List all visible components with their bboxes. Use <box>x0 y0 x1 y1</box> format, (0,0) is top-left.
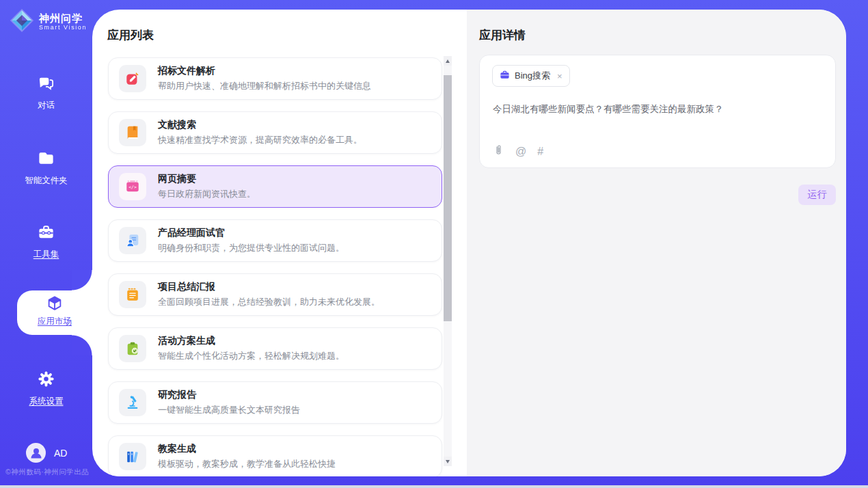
app-card-title: 活动方案生成 <box>158 335 344 347</box>
book-icon <box>119 119 146 146</box>
app-card-title: 文献搜索 <box>158 119 362 131</box>
edit-doc-icon <box>119 65 146 92</box>
app-card[interactable]: 活动方案生成 智能生成个性化活动方案，轻松解决规划难题。 <box>108 327 442 370</box>
triangle-down-icon <box>446 460 450 463</box>
app-card[interactable]: 研究报告 一键智能生成高质量长文本研究报告 <box>108 381 442 424</box>
app-card-title: 产品经理面试官 <box>158 227 344 239</box>
sidebar-item-label: 对话 <box>0 100 92 111</box>
avatar <box>26 443 46 463</box>
app-card-title: 研究报告 <box>158 389 300 401</box>
app-card-title: 项目总结汇报 <box>158 281 380 293</box>
close-icon[interactable]: × <box>557 71 562 81</box>
briefcase-icon <box>500 70 510 83</box>
app-card[interactable]: 教案生成 模板驱动，教案秒成，教学准备从此轻松快捷 <box>108 435 442 476</box>
app-card[interactable]: </> 网页摘要 每日政府新闻资讯快查。 <box>108 165 442 208</box>
app-card-description: 模板驱动，教案秒成，教学准备从此轻松快捷 <box>158 458 336 470</box>
browser-code-icon: </> <box>119 173 146 200</box>
app-card[interactable]: 产品经理面试官 明确身份和职责，为您提供专业性的面试问题。 <box>108 219 442 262</box>
sidebar-item-smart-folder[interactable]: 智能文件夹 <box>0 149 92 187</box>
app-detail-title: 应用详情 <box>479 27 526 43</box>
app-card-title: 教案生成 <box>158 443 336 455</box>
microscope-icon <box>119 389 146 416</box>
brand-logo: 神州问学 Smart Vision <box>10 8 87 36</box>
app-card-description: 智能生成个性化活动方案，轻松解决规划难题。 <box>158 350 344 362</box>
brand-name: 神州问学 <box>39 13 87 25</box>
tool-tag-bing-search[interactable]: Bing搜索 × <box>492 65 570 87</box>
sidebar-item-label: 应用市场 <box>17 316 92 327</box>
svg-text:</>: </> <box>128 185 137 190</box>
clipboard-check-icon <box>119 335 146 362</box>
diamond-logo-icon <box>10 8 34 36</box>
app-card-description: 每日政府新闻资讯快查。 <box>158 188 256 200</box>
app-list: 招标文件解析 帮助用户快速、准确地理解和解析招标书中的关键信息 文献搜索 快速精… <box>108 57 442 476</box>
notepad-icon <box>119 281 146 308</box>
sidebar-item-app-market[interactable]: 应用市场 <box>17 290 92 335</box>
cube-icon <box>46 303 64 314</box>
app-card-description: 全面回顾项目进展，总结经验教训，助力未来优化发展。 <box>158 296 380 308</box>
app-card-description: 快速精准查找学术资源，提高研究效率的必备工具。 <box>158 134 362 146</box>
app-card-description: 明确身份和职责，为您提供专业性的面试问题。 <box>158 242 344 254</box>
scroll-down-button[interactable] <box>444 457 452 466</box>
prompt-card: Bing搜索 × 今日湖北有哪些新闻要点？有哪些需要关注的最新政策？ @ # <box>479 55 836 168</box>
sidebar-item-toolset[interactable]: 工具集 <box>0 223 92 260</box>
sidebar-item-chat[interactable]: 对话 <box>0 74 92 111</box>
tab-fillet-top <box>72 270 92 290</box>
books-icon <box>119 443 146 470</box>
app-card[interactable]: 招标文件解析 帮助用户快速、准确地理解和解析招标书中的关键信息 <box>108 57 442 100</box>
user-name: AD <box>54 448 67 459</box>
brand-subtitle: Smart Vision <box>39 24 87 31</box>
app-list-scrollbar[interactable] <box>444 56 452 466</box>
chat-icon <box>37 83 55 94</box>
app-card-title: 网页摘要 <box>158 173 256 185</box>
app-card-description: 帮助用户快速、准确地理解和解析招标书中的关键信息 <box>158 80 371 92</box>
gear-icon <box>37 379 55 390</box>
copyright-text: ©神州数码·神州问学出品 <box>5 467 89 477</box>
user-account[interactable]: AD <box>26 443 67 463</box>
app-card-title: 招标文件解析 <box>158 65 371 77</box>
triangle-up-icon <box>446 59 450 63</box>
app-card[interactable]: 文献搜索 快速精准查找学术资源，提高研究效率的必备工具。 <box>108 111 442 154</box>
toolbox-icon <box>37 232 55 243</box>
app-card[interactable]: 项目总结汇报 全面回顾项目进展，总结经验教训，助力未来优化发展。 <box>108 273 442 316</box>
tool-tag-label: Bing搜索 <box>515 70 550 82</box>
prompt-toolbar: @ # <box>493 144 543 159</box>
sidebar-item-label: 智能文件夹 <box>0 175 92 187</box>
tab-fillet-bottom <box>72 335 92 355</box>
sidebar-item-settings[interactable]: 系统设置 <box>0 370 92 407</box>
app-list-title: 应用列表 <box>107 27 154 43</box>
sidebar-item-label: 工具集 <box>0 249 92 260</box>
query-textarea[interactable]: 今日湖北有哪些新闻要点？有哪些需要关注的最新政策？ <box>493 103 821 116</box>
folder-icon <box>37 158 55 170</box>
app-window: 神州问学 Smart Vision 对话 智能文件夹 <box>0 0 868 488</box>
scrollbar-thumb[interactable] <box>444 75 452 321</box>
scroll-up-button[interactable] <box>444 56 452 66</box>
app-card-description: 一键智能生成高质量长文本研究报告 <box>158 404 300 416</box>
run-button[interactable]: 运行 <box>798 185 836 205</box>
mention-icon[interactable]: @ <box>515 146 526 157</box>
interviewer-icon <box>119 227 146 254</box>
sidebar: 神州问学 Smart Vision 对话 智能文件夹 <box>0 0 92 485</box>
attachment-icon[interactable] <box>493 144 504 159</box>
hash-icon[interactable]: # <box>537 146 543 157</box>
sidebar-item-label: 系统设置 <box>0 396 92 407</box>
main-content: 应用列表 应用详情 招标文件解析 帮助用户快速、准确地理解和解析招标书中的关键信… <box>92 10 846 476</box>
